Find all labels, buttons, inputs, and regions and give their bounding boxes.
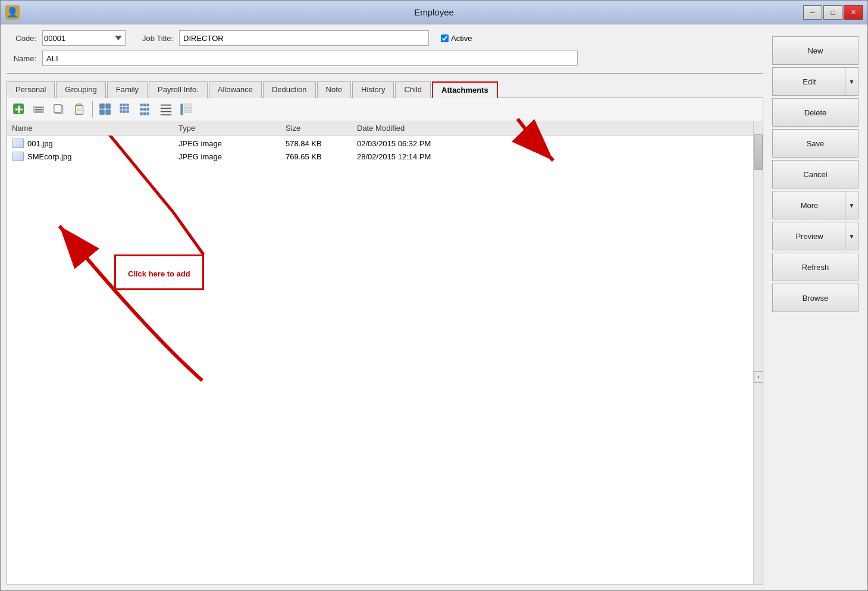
svg-rect-16 (106, 110, 110, 114)
attachments-toolbar (7, 98, 763, 121)
add-button[interactable] (10, 100, 29, 118)
svg-rect-26 (140, 104, 143, 106)
preview-dropdown-arrow[interactable]: ▼ (845, 222, 858, 250)
browse-button[interactable]: Browse (772, 284, 858, 312)
click-here-text: Click here to add (128, 269, 190, 278)
svg-rect-40 (184, 104, 192, 106)
svg-rect-33 (143, 113, 146, 115)
scrollbar-thumb[interactable] (754, 134, 763, 170)
maximize-button[interactable]: □ (823, 5, 842, 20)
title-bar-left: 👤 (5, 5, 20, 20)
view-detail[interactable] (177, 100, 196, 118)
svg-rect-34 (147, 113, 149, 115)
refresh-label: Refresh (802, 263, 829, 272)
file-row-1[interactable]: 001.jpg JPEG image 578.84 KB 02/03/2015 … (7, 137, 753, 150)
refresh-button[interactable]: Refresh (772, 253, 858, 281)
svg-rect-17 (120, 104, 123, 106)
view-list[interactable] (156, 100, 176, 118)
job-title-label: Job Title: (131, 34, 173, 43)
detail-view-icon (180, 103, 193, 116)
edit-label: Edit (803, 77, 816, 86)
preview-button[interactable]: Preview ▼ (772, 222, 858, 250)
svg-rect-42 (184, 111, 192, 113)
tab-payroll[interactable]: Payroll Info. (149, 81, 208, 98)
close-button[interactable]: ✕ (844, 5, 863, 20)
code-select[interactable]: 00001 (42, 30, 126, 46)
file-icon-2: SMEcorp.jpg (12, 152, 178, 161)
file-list-container: Name Type Size Date Modified (7, 121, 753, 584)
copy-icon (53, 103, 66, 116)
delete-button[interactable]: Delete (772, 98, 858, 127)
name-row: Name: (7, 51, 763, 66)
svg-rect-14 (106, 104, 110, 108)
form-area: Code: 00001 Job Title: Active Name: (7, 30, 763, 584)
file-size-1: 578.84 KB (286, 139, 357, 148)
paste-icon (73, 103, 86, 116)
tab-family[interactable]: Family (107, 81, 148, 98)
save-button[interactable]: Save (772, 129, 858, 158)
svg-rect-15 (100, 110, 104, 114)
file-name-2: SMEcorp.jpg (27, 152, 71, 161)
file-row-2[interactable]: SMEcorp.jpg JPEG image 769.65 KB 28/02/2… (7, 150, 753, 163)
svg-rect-22 (127, 107, 129, 109)
copy-button[interactable] (50, 100, 69, 118)
svg-rect-13 (100, 104, 104, 108)
tab-attachments[interactable]: Attachments (432, 81, 498, 98)
main-content: Code: 00001 Job Title: Active Name: (1, 24, 867, 590)
add-icon (12, 103, 26, 116)
file-date-2: 28/02/2015 12:14 PM (357, 152, 476, 161)
job-title-input[interactable] (179, 30, 429, 46)
view-list-detail[interactable] (136, 100, 155, 118)
more-dropdown-arrow[interactable]: ▼ (845, 191, 858, 219)
file-list-header: Name Type Size Date Modified (7, 121, 753, 136)
edit-button[interactable]: Edit ▼ (772, 67, 858, 96)
tab-history[interactable]: History (352, 81, 394, 98)
tab-child[interactable]: Child (395, 81, 431, 98)
svg-rect-30 (147, 104, 149, 106)
svg-rect-20 (120, 107, 123, 109)
small-icon-view-icon (119, 103, 132, 116)
col-extra (476, 124, 748, 133)
tab-grouping[interactable]: Grouping (56, 81, 105, 98)
view-small-icon[interactable] (116, 100, 135, 118)
main-window: 👤 Employee ─ □ ✕ Code: 00001 Job Title: … (0, 0, 868, 591)
view-large-icon[interactable] (96, 100, 115, 118)
remove-button[interactable] (30, 100, 49, 118)
active-checkbox[interactable] (441, 34, 449, 42)
svg-rect-8 (54, 105, 61, 113)
col-date: Date Modified (357, 124, 476, 133)
tab-deduction[interactable]: Deduction (263, 81, 316, 98)
tabs-area: Personal Grouping Family Payroll Info. A… (7, 81, 763, 584)
svg-rect-28 (140, 113, 143, 115)
name-input[interactable] (42, 51, 578, 66)
edit-dropdown-arrow[interactable]: ▼ (845, 68, 858, 95)
svg-rect-27 (140, 108, 143, 111)
jpg-icon-2 (12, 152, 24, 161)
expand-button[interactable]: › (754, 371, 763, 383)
file-name-1: 001.jpg (27, 139, 53, 148)
svg-rect-21 (123, 107, 126, 109)
name-label: Name: (7, 54, 36, 63)
app-icon: 👤 (5, 5, 20, 20)
paste-button[interactable] (70, 100, 89, 118)
svg-rect-10 (76, 106, 83, 115)
tab-personal[interactable]: Personal (7, 81, 55, 98)
tab-content-attachments: Name Type Size Date Modified (7, 98, 763, 584)
tab-note[interactable]: Note (317, 81, 351, 98)
file-list-wrapper: Name Type Size Date Modified (7, 121, 763, 584)
arrow-overlay (7, 136, 753, 584)
cancel-button[interactable]: Cancel (772, 160, 858, 188)
file-icon-1: 001.jpg (12, 139, 178, 148)
toolbar-sep-1 (92, 101, 93, 118)
new-button[interactable]: New (772, 36, 858, 65)
minimize-button[interactable]: ─ (803, 5, 822, 20)
col-type: Type (178, 124, 286, 133)
remove-icon (33, 103, 46, 116)
col-name: Name (12, 124, 178, 133)
svg-rect-19 (127, 104, 129, 106)
tab-allowance[interactable]: Allowance (209, 81, 262, 98)
col-size: Size (286, 124, 357, 133)
more-button[interactable]: More ▼ (772, 191, 858, 219)
code-row: Code: 00001 Job Title: Active (7, 30, 763, 46)
svg-rect-25 (127, 111, 129, 113)
